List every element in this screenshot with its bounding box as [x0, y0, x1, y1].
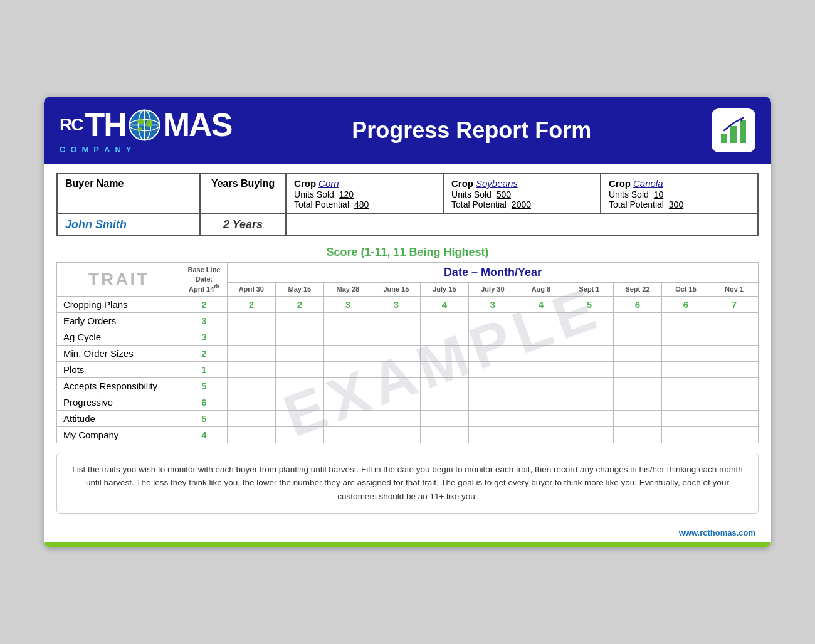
svg-rect-10 [740, 120, 746, 143]
baseline-score-6: 6 [181, 394, 228, 410]
logo-wrapper: RC TH MAS C O M [60, 106, 231, 154]
website-link[interactable]: www.rcthomas.com [679, 528, 755, 537]
score-4-10 [710, 361, 758, 377]
crop1-units-line: Units Sold 120 [294, 189, 435, 199]
crop1-potential-line: Total Potential 480 [294, 199, 435, 209]
score-5-7 [565, 377, 613, 394]
instructions: List the traits you wish to monitor with… [56, 453, 759, 514]
score-6-7 [565, 394, 613, 410]
logo-th: TH [85, 106, 125, 144]
date-col-2: May 28 [323, 282, 372, 296]
score-2-6 [517, 329, 565, 345]
table-row: Min. Order Sizes2 [57, 345, 759, 361]
crop3-potential-value: 300 [669, 199, 683, 209]
score-3-0 [227, 345, 275, 361]
score-5-9 [661, 377, 710, 394]
score-7-9 [661, 410, 710, 426]
crop2-potential-label: Total Potential [451, 199, 507, 209]
table-row: Plots1 [57, 361, 759, 377]
score-1-4 [420, 312, 468, 329]
score-2-2 [323, 329, 372, 345]
score-4-3 [372, 361, 420, 377]
score-0-5: 3 [468, 296, 517, 312]
table-row: Accepts Responsibility5 [57, 377, 759, 394]
score-6-2 [323, 394, 372, 410]
score-2-3 [372, 329, 420, 345]
score-7-1 [275, 410, 323, 426]
score-7-8 [613, 410, 661, 426]
buyer-table: Buyer Name Years Buying CropCorn Units S… [56, 173, 759, 236]
date-col-4: July 15 [420, 282, 468, 296]
baseline-score-2: 3 [181, 329, 228, 345]
score-5-10 [710, 377, 758, 394]
header: RC TH MAS C O M [44, 97, 771, 164]
baseline-score-5: 5 [181, 377, 228, 394]
score-1-10 [710, 312, 758, 329]
logo-y: Y [126, 145, 133, 154]
score-7-2 [323, 410, 372, 426]
crop3-header: CropCanola [609, 178, 750, 189]
score-0-4: 4 [420, 296, 468, 312]
svg-rect-8 [721, 134, 727, 143]
svg-point-5 [137, 119, 145, 124]
score-1-7 [565, 312, 613, 329]
score-6-9 [661, 394, 710, 410]
score-8-2 [323, 426, 372, 443]
score-1-1 [275, 312, 323, 329]
score-3-5 [468, 345, 517, 361]
globe-icon [127, 108, 162, 142]
score-3-8 [613, 345, 661, 361]
logo-p: P [93, 145, 100, 154]
score-6-10 [710, 394, 758, 410]
baseline-score-7: 5 [181, 410, 228, 426]
date-col-10: Nov 1 [710, 282, 758, 296]
score-5-5 [468, 377, 517, 394]
score-5-6 [517, 377, 565, 394]
score-1-0 [227, 312, 275, 329]
score-4-7 [565, 361, 613, 377]
green-bar [44, 542, 771, 547]
score-1-8 [613, 312, 661, 329]
crop2-units-line: Units Sold 500 [451, 189, 592, 199]
score-2-4 [420, 329, 468, 345]
trait-table: TRAIT Base Line Date: April 14th Date – … [56, 262, 759, 443]
crop2-potential-value: 2000 [512, 199, 531, 209]
baseline-score-1: 3 [181, 312, 228, 329]
baseline-score-4: 1 [181, 361, 228, 377]
score-7-5 [468, 410, 517, 426]
crop2-units-label: Units Sold [451, 189, 492, 199]
logo-o: O [70, 145, 78, 154]
trait-name-1: Early Orders [57, 312, 181, 329]
years-value: 2 Years [208, 218, 278, 231]
chart-icon [712, 108, 755, 152]
trait-name-0: Cropping Plans [57, 296, 181, 312]
score-2-1 [275, 329, 323, 345]
score-2-8 [613, 329, 661, 345]
score-7-3 [372, 410, 420, 426]
score-5-0 [227, 377, 275, 394]
logo-rc: RC [60, 116, 82, 134]
svg-point-6 [146, 120, 152, 127]
date-col-3: June 15 [372, 282, 420, 296]
score-2-10 [710, 329, 758, 345]
crop1-units-value: 120 [339, 189, 354, 199]
score-6-8 [613, 394, 661, 410]
score-8-10 [710, 426, 758, 443]
table-row: My Company4 [57, 426, 759, 443]
date-col-5: July 30 [468, 282, 517, 296]
trait-name-5: Accepts Responsibility [57, 377, 181, 394]
page: RC TH MAS C O M [44, 97, 771, 547]
score-5-3 [372, 377, 420, 394]
trait-header: TRAIT [57, 263, 181, 297]
score-3-4 [420, 345, 468, 361]
crop3-units-label: Units Sold [609, 189, 649, 199]
crop1-header: CropCorn [294, 178, 435, 189]
date-col-6: Aug 8 [517, 282, 565, 296]
logo-c: C [60, 145, 66, 154]
score-6-6 [517, 394, 565, 410]
buyer-name-label: Buyer Name [65, 178, 192, 189]
crop1-potential-label: Total Potential [294, 199, 349, 209]
trait-name-7: Attitude [57, 410, 181, 426]
score-0-0: 2 [227, 296, 275, 312]
table-row: Cropping Plans222334345667 [57, 296, 759, 312]
